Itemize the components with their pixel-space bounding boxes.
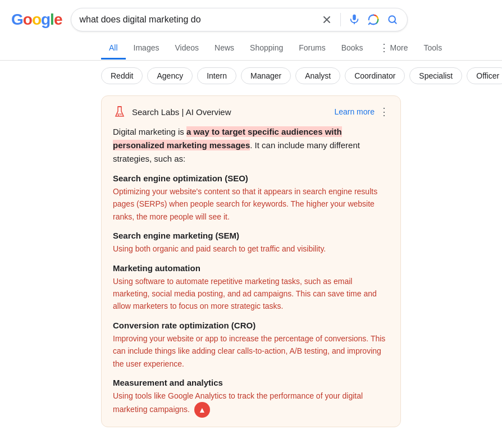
ai-section-seo: Search engine optimization (SEO) Optimiz…: [113, 173, 389, 223]
search-bar[interactable]: what does digital marketing do: [71, 8, 408, 31]
search-input[interactable]: what does digital marketing do: [79, 15, 316, 25]
search-icons: [320, 13, 399, 26]
automation-body: Using software to automate repetitive ma…: [113, 275, 389, 313]
more-options-icon[interactable]: ⋮: [379, 106, 389, 118]
clear-button[interactable]: [320, 13, 334, 26]
tab-forums[interactable]: Forums: [291, 38, 333, 60]
ai-overview-title: Search Labs | AI Overview: [132, 107, 231, 117]
search-button[interactable]: [386, 13, 399, 26]
nav-tabs: All Images Videos News Shopping Forums B…: [0, 37, 502, 61]
pill-officer[interactable]: Officer: [467, 67, 502, 84]
cro-title: Conversion rate optimization (CRO): [113, 321, 389, 330]
ai-overview-header: Search Labs | AI Overview Learn more ⋮: [113, 105, 389, 118]
pill-reddit[interactable]: Reddit: [101, 67, 143, 84]
tab-all[interactable]: All: [101, 38, 126, 60]
pill-agency[interactable]: Agency: [147, 67, 193, 84]
tab-tools[interactable]: Tools: [416, 38, 450, 60]
scroll-up-button[interactable]: ▲: [194, 402, 210, 418]
svg-point-3: [118, 115, 119, 116]
pill-coordinator[interactable]: Coordinator: [345, 67, 405, 84]
tab-videos[interactable]: Videos: [167, 38, 207, 60]
measurement-text: Using tools like Google Analytics to tra…: [113, 391, 363, 414]
tab-news[interactable]: News: [207, 38, 242, 60]
scroll-up-icon: ▲: [198, 405, 206, 414]
ai-section-cro: Conversion rate optimization (CRO) Impro…: [113, 321, 389, 370]
microphone-icon: [348, 13, 360, 26]
tab-more[interactable]: ⋮ More: [371, 37, 416, 60]
svg-point-4: [120, 114, 121, 115]
ai-overview-right: Learn more ⋮: [334, 106, 389, 118]
svg-rect-0: [353, 15, 357, 20]
flask-icon: [113, 105, 126, 118]
tab-images[interactable]: Images: [126, 38, 167, 60]
seo-body: Optimizing your website's content so tha…: [113, 185, 389, 223]
pill-intern[interactable]: Intern: [197, 67, 236, 84]
sem-body: Using both organic and paid search to ge…: [113, 243, 389, 255]
more-dots-icon: ⋮: [379, 43, 389, 53]
pill-analyst[interactable]: Analyst: [295, 67, 340, 84]
tab-books[interactable]: Books: [334, 38, 371, 60]
measurement-body: Using tools like Google Analytics to tra…: [113, 390, 389, 418]
clear-icon: [322, 15, 332, 25]
measurement-title: Measurement and analytics: [113, 378, 389, 387]
pill-specialist[interactable]: Specialist: [409, 67, 462, 84]
learn-more-link[interactable]: Learn more: [334, 107, 375, 116]
main-content: Search Labs | AI Overview Learn more ⋮ D…: [0, 95, 502, 427]
ai-section-sem: Search engine marketing (SEM) Using both…: [113, 231, 389, 255]
suggestion-pills: Reddit Agency Intern Manager Analyst Coo…: [0, 61, 502, 91]
pill-manager[interactable]: Manager: [241, 67, 291, 84]
cro-body: Improving your website or app to increas…: [113, 332, 389, 370]
lens-icon: [367, 13, 380, 26]
seo-title: Search engine optimization (SEO): [113, 173, 389, 183]
search-icon: [387, 14, 398, 25]
sem-title: Search engine marketing (SEM): [113, 231, 389, 240]
ai-overview-left: Search Labs | AI Overview: [113, 105, 231, 118]
ai-overview-card: Search Labs | AI Overview Learn more ⋮ D…: [101, 95, 401, 427]
ai-section-automation: Marketing automation Using software to a…: [113, 263, 389, 313]
summary-before: Digital marketing is: [113, 127, 186, 136]
lens-button[interactable]: [367, 13, 380, 26]
voice-search-button[interactable]: [348, 13, 361, 26]
google-logo: Google: [11, 11, 62, 29]
tab-shopping[interactable]: Shopping: [242, 38, 291, 60]
ai-summary: Digital marketing is a way to target spe…: [113, 125, 389, 166]
automation-title: Marketing automation: [113, 263, 389, 273]
divider: [340, 13, 341, 26]
ai-section-measurement: Measurement and analytics Using tools li…: [113, 378, 389, 418]
header: Google what does digital marketing do: [0, 0, 502, 37]
